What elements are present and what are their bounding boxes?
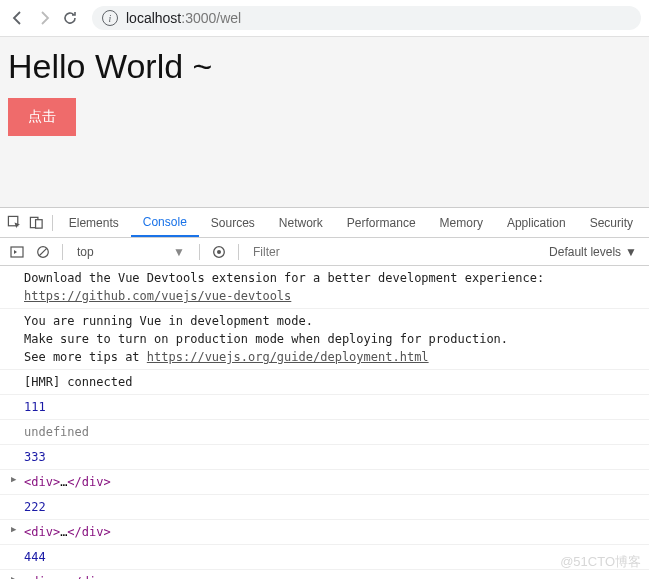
console-link[interactable]: https://github.com/vuejs/vue-devtools: [24, 289, 291, 303]
console-row: Download the Vue Devtools extension for …: [0, 266, 649, 309]
console-row[interactable]: <div>…</div>: [0, 570, 649, 579]
console-row: 333: [0, 445, 649, 470]
filter-input[interactable]: [247, 243, 539, 261]
svg-rect-2: [36, 220, 43, 228]
page-content: Hello World ~ 点击: [0, 37, 649, 207]
reload-icon[interactable]: [60, 8, 80, 28]
console-row: 111: [0, 395, 649, 420]
browser-toolbar: i localhost:3000/wel: [0, 0, 649, 37]
log-levels-selector[interactable]: Default levels ▼: [543, 245, 643, 259]
console-toolbar: top ▼ Default levels ▼: [0, 238, 649, 266]
tab-security[interactable]: Security: [578, 208, 645, 237]
tab-elements[interactable]: Elements: [57, 208, 131, 237]
console-row[interactable]: <div>…</div>: [0, 470, 649, 495]
inspect-icon[interactable]: [4, 210, 26, 236]
forward-icon[interactable]: [34, 8, 54, 28]
console-row: You are running Vue in development mode.…: [0, 309, 649, 370]
devtools-tabs: ElementsConsoleSourcesNetworkPerformance…: [0, 208, 649, 238]
click-button[interactable]: 点击: [8, 98, 76, 136]
back-icon[interactable]: [8, 8, 28, 28]
url-text: localhost:3000/wel: [126, 10, 241, 26]
page-title: Hello World ~: [8, 47, 641, 86]
context-selector[interactable]: top ▼: [71, 245, 191, 259]
tab-application[interactable]: Application: [495, 208, 578, 237]
console-row: 444: [0, 545, 649, 570]
console-row: undefined: [0, 420, 649, 445]
svg-line-5: [39, 248, 46, 255]
console-link[interactable]: https://vuejs.org/guide/deployment.html: [147, 350, 429, 364]
console-row[interactable]: <div>…</div>: [0, 520, 649, 545]
tab-network[interactable]: Network: [267, 208, 335, 237]
console-row: 222: [0, 495, 649, 520]
info-icon[interactable]: i: [102, 10, 118, 26]
tab-sources[interactable]: Sources: [199, 208, 267, 237]
device-toggle-icon[interactable]: [26, 210, 48, 236]
address-bar[interactable]: i localhost:3000/wel: [92, 6, 641, 30]
console-row: [HMR] connected: [0, 370, 649, 395]
tab-performance[interactable]: Performance: [335, 208, 428, 237]
devtools-panel: ElementsConsoleSourcesNetworkPerformance…: [0, 207, 649, 579]
clear-console-icon[interactable]: [32, 241, 54, 263]
svg-point-7: [217, 250, 221, 254]
live-expression-icon[interactable]: [208, 241, 230, 263]
tab-console[interactable]: Console: [131, 208, 199, 237]
console-output: Download the Vue Devtools extension for …: [0, 266, 649, 579]
tab-memory[interactable]: Memory: [428, 208, 495, 237]
sidebar-toggle-icon[interactable]: [6, 241, 28, 263]
watermark: @51CTO博客: [560, 553, 641, 571]
